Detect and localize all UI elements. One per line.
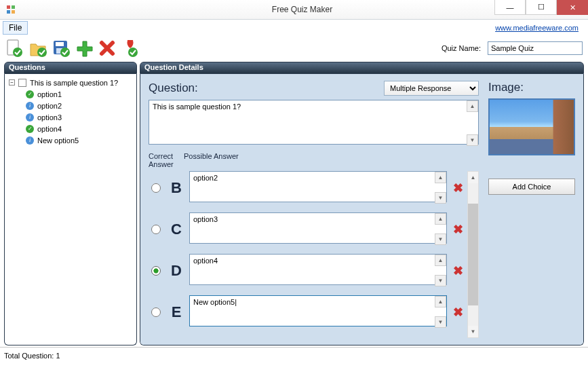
- answer-text-input[interactable]: New option5|: [189, 295, 447, 326]
- add-button[interactable]: [75, 39, 94, 58]
- answer-scrollbar[interactable]: ▲▼: [435, 255, 446, 286]
- question-text-input[interactable]: This is sample question 1?: [149, 100, 479, 145]
- info-icon: i: [25, 101, 35, 111]
- scroll-up-icon[interactable]: ▲: [435, 213, 446, 225]
- tree-child-node[interactable]: iNew option5: [7, 134, 134, 146]
- scroll-up-icon[interactable]: ▲: [435, 172, 446, 183]
- answer-text-input[interactable]: option3: [189, 212, 447, 244]
- answer-scrollbar[interactable]: ▲▼: [435, 172, 446, 204]
- question-image-thumbnail[interactable]: [488, 98, 575, 155]
- check-icon: ✓: [25, 124, 35, 134]
- open-folder-button[interactable]: [28, 39, 47, 58]
- answers-scrollbar[interactable]: ▲ ▼: [467, 171, 479, 338]
- correct-answer-header: Correct Answer: [149, 152, 184, 168]
- award-button[interactable]: [121, 39, 140, 58]
- answer-text-input[interactable]: option2: [189, 171, 447, 202]
- total-question-value: 1: [56, 352, 60, 360]
- answer-letter: C: [168, 221, 185, 238]
- status-bar: Total Question: 1: [0, 347, 588, 363]
- scrollbar-thumb[interactable]: [468, 204, 478, 305]
- scroll-down-icon[interactable]: ▼: [435, 192, 446, 204]
- svg-point-10: [60, 48, 70, 57]
- tree-child-label: New option5: [37, 136, 79, 145]
- answer-text-input[interactable]: option4: [189, 254, 447, 285]
- answer-scrollbar[interactable]: ▲▼: [435, 296, 446, 328]
- question-label: Question:: [149, 81, 198, 95]
- questions-panel: Questions − This is sample question 1? ✓…: [4, 62, 137, 345]
- answer-letter: D: [168, 262, 185, 280]
- svg-rect-9: [56, 48, 64, 54]
- correct-answer-radio[interactable]: [151, 266, 161, 276]
- details-panel-header: Question Details: [140, 62, 584, 74]
- answer-row: Coption3▲▼✖: [149, 212, 465, 246]
- scroll-up-icon[interactable]: ▲: [435, 255, 446, 266]
- window-titlebar: Free Quiz Maker — ☐ ✕: [0, 0, 588, 20]
- answer-letter: B: [168, 179, 185, 197]
- scroll-down-icon[interactable]: ▼: [468, 326, 478, 337]
- tree-child-node[interactable]: ✓option4: [7, 123, 134, 134]
- correct-answer-radio[interactable]: [151, 225, 161, 234]
- tree-child-label: option1: [37, 90, 62, 98]
- add-choice-button[interactable]: Add Choice: [488, 179, 575, 195]
- svg-rect-2: [7, 10, 10, 14]
- question-details-panel: Question Details Question: Multiple Resp…: [140, 62, 584, 345]
- tree-child-node[interactable]: ioption2: [7, 100, 134, 111]
- delete-button[interactable]: [98, 39, 117, 58]
- svg-rect-0: [7, 5, 10, 9]
- answer-row: Boption2▲▼✖: [149, 171, 465, 204]
- scroll-down-icon[interactable]: ▼: [435, 233, 446, 245]
- delete-answer-button[interactable]: ✖: [451, 305, 465, 320]
- correct-answer-radio[interactable]: [151, 183, 161, 193]
- answer-row: ENew option5|▲▼✖: [149, 295, 465, 329]
- delete-answer-button[interactable]: ✖: [451, 263, 465, 278]
- question-type-select[interactable]: Multiple Response: [384, 81, 479, 96]
- questions-tree[interactable]: − This is sample question 1? ✓option1iop…: [5, 74, 136, 149]
- quiz-name-label: Quiz Name:: [442, 44, 481, 52]
- total-question-label: Total Question:: [4, 352, 54, 360]
- image-label: Image:: [488, 81, 575, 94]
- questions-panel-header: Questions: [4, 62, 137, 74]
- svg-rect-7: [54, 41, 67, 54]
- tree-child-label: option4: [37, 125, 62, 133]
- question-text-scrollbar[interactable]: ▲ ▼: [467, 100, 478, 146]
- window-close-button[interactable]: ✕: [557, 0, 588, 15]
- scroll-up-icon[interactable]: ▲: [468, 172, 478, 183]
- answer-scrollbar[interactable]: ▲▼: [435, 213, 446, 245]
- possible-answer-header: Possible Answer: [184, 152, 239, 168]
- save-button[interactable]: [52, 39, 71, 58]
- svg-rect-3: [12, 10, 15, 14]
- correct-answer-radio[interactable]: [151, 307, 161, 317]
- svg-rect-4: [7, 40, 18, 55]
- delete-answer-button[interactable]: ✖: [451, 181, 465, 195]
- toolbar: Quiz Name:: [0, 36, 588, 60]
- scroll-down-icon[interactable]: ▼: [435, 275, 446, 286]
- tree-child-node[interactable]: ioption3: [7, 111, 134, 123]
- scroll-down-icon[interactable]: ▼: [435, 316, 446, 328]
- window-minimize-button[interactable]: —: [494, 0, 526, 15]
- vendor-link[interactable]: www.mediafreeware.com: [495, 24, 579, 32]
- info-icon: i: [25, 113, 35, 122]
- svg-rect-8: [56, 42, 64, 46]
- tree-child-label: option2: [37, 102, 62, 110]
- delete-answer-button[interactable]: ✖: [451, 222, 465, 237]
- window-maximize-button[interactable]: ☐: [526, 0, 557, 15]
- scroll-up-icon[interactable]: ▲: [435, 296, 446, 307]
- scroll-up-icon[interactable]: ▲: [467, 100, 478, 112]
- menu-file[interactable]: File: [3, 21, 28, 35]
- tree-child-label: option3: [37, 113, 62, 121]
- tree-root-label: This is sample question 1?: [30, 79, 118, 87]
- answer-row: Doption4▲▼✖: [149, 254, 465, 287]
- tree-child-node[interactable]: ✓option1: [7, 88, 134, 100]
- svg-point-5: [13, 48, 22, 57]
- svg-point-6: [37, 48, 47, 57]
- tree-root-node[interactable]: − This is sample question 1?: [7, 77, 134, 88]
- svg-rect-1: [12, 5, 15, 9]
- tree-collapse-icon[interactable]: −: [9, 79, 15, 86]
- question-doc-icon: [18, 78, 27, 88]
- check-icon: ✓: [25, 90, 35, 99]
- new-doc-button[interactable]: [5, 39, 24, 58]
- scroll-down-icon[interactable]: ▼: [467, 134, 478, 146]
- quiz-name-input[interactable]: [488, 41, 583, 55]
- info-icon: i: [25, 136, 35, 145]
- answer-letter: E: [168, 303, 185, 321]
